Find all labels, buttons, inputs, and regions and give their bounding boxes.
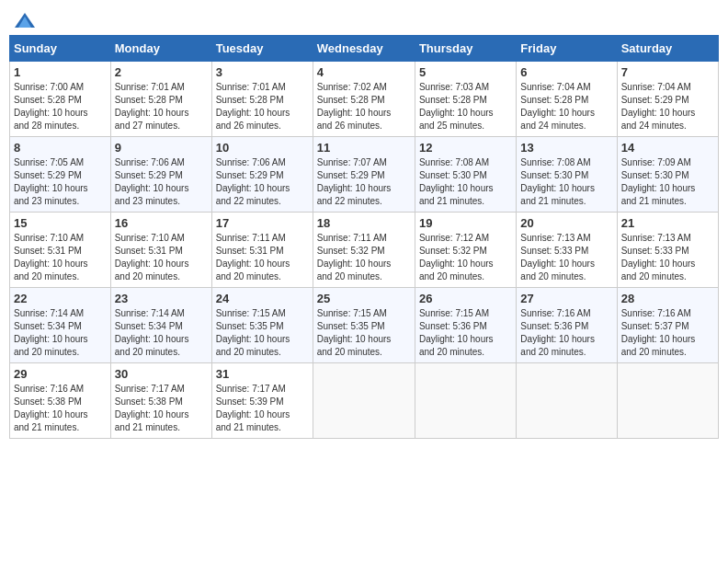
day-info: Sunrise: 7:15 AM Sunset: 5:35 PM Dayligh… xyxy=(317,307,411,359)
calendar-week-row: 29 Sunrise: 7:16 AM Sunset: 5:38 PM Dayl… xyxy=(10,363,719,439)
day-info: Sunrise: 7:17 AM Sunset: 5:39 PM Dayligh… xyxy=(216,383,309,434)
calendar-cell: 6 Sunrise: 7:04 AM Sunset: 5:28 PM Dayli… xyxy=(517,62,617,137)
calendar-cell: 8 Sunrise: 7:05 AM Sunset: 5:29 PM Dayli… xyxy=(10,137,111,213)
calendar-cell: 16 Sunrise: 7:10 AM Sunset: 5:31 PM Dayl… xyxy=(110,213,211,288)
day-number: 5 xyxy=(419,65,512,79)
day-info: Sunrise: 7:08 AM Sunset: 5:30 PM Dayligh… xyxy=(520,156,612,208)
calendar-week-row: 1 Sunrise: 7:00 AM Sunset: 5:28 PM Dayli… xyxy=(10,62,719,137)
day-number: 1 xyxy=(14,65,107,79)
day-info: Sunrise: 7:03 AM Sunset: 5:28 PM Dayligh… xyxy=(419,81,512,132)
calendar-cell: 10 Sunrise: 7:06 AM Sunset: 5:29 PM Dayl… xyxy=(211,137,313,213)
day-number: 9 xyxy=(115,141,208,155)
day-number: 27 xyxy=(520,292,612,305)
day-info: Sunrise: 7:07 AM Sunset: 5:29 PM Dayligh… xyxy=(317,156,411,208)
calendar-cell: 7 Sunrise: 7:04 AM Sunset: 5:29 PM Dayli… xyxy=(617,62,718,137)
calendar-cell: 24 Sunrise: 7:15 AM Sunset: 5:35 PM Dayl… xyxy=(211,288,313,363)
day-number: 24 xyxy=(216,292,309,305)
calendar-cell: 20 Sunrise: 7:13 AM Sunset: 5:33 PM Dayl… xyxy=(517,213,617,288)
day-number: 7 xyxy=(621,65,714,79)
calendar-cell: 28 Sunrise: 7:16 AM Sunset: 5:37 PM Dayl… xyxy=(617,288,718,363)
day-number: 4 xyxy=(317,65,411,79)
day-info: Sunrise: 7:16 AM Sunset: 5:37 PM Dayligh… xyxy=(621,307,714,359)
calendar-body: 1 Sunrise: 7:00 AM Sunset: 5:28 PM Dayli… xyxy=(10,62,719,439)
day-info: Sunrise: 7:01 AM Sunset: 5:28 PM Dayligh… xyxy=(216,81,309,132)
day-number: 26 xyxy=(419,292,512,305)
day-number: 13 xyxy=(520,141,612,155)
calendar-cell: 19 Sunrise: 7:12 AM Sunset: 5:32 PM Dayl… xyxy=(415,213,516,288)
calendar-cell xyxy=(313,363,415,439)
weekday-header: Monday xyxy=(110,36,211,62)
day-number: 28 xyxy=(621,292,714,305)
day-info: Sunrise: 7:01 AM Sunset: 5:28 PM Dayligh… xyxy=(115,81,208,132)
logo-icon xyxy=(15,13,35,28)
calendar-cell: 22 Sunrise: 7:14 AM Sunset: 5:34 PM Dayl… xyxy=(10,288,111,363)
calendar-cell: 13 Sunrise: 7:08 AM Sunset: 5:30 PM Dayl… xyxy=(517,137,617,213)
calendar-cell: 26 Sunrise: 7:15 AM Sunset: 5:36 PM Dayl… xyxy=(415,288,516,363)
day-info: Sunrise: 7:15 AM Sunset: 5:35 PM Dayligh… xyxy=(216,307,309,359)
day-number: 22 xyxy=(14,292,107,305)
day-info: Sunrise: 7:06 AM Sunset: 5:29 PM Dayligh… xyxy=(115,156,208,208)
weekday-header: Thursday xyxy=(415,36,516,62)
day-number: 18 xyxy=(317,216,411,230)
day-number: 30 xyxy=(115,367,208,381)
day-info: Sunrise: 7:16 AM Sunset: 5:38 PM Dayligh… xyxy=(14,383,107,434)
day-info: Sunrise: 7:14 AM Sunset: 5:34 PM Dayligh… xyxy=(115,307,208,359)
day-info: Sunrise: 7:11 AM Sunset: 5:32 PM Dayligh… xyxy=(317,232,411,283)
calendar-cell: 12 Sunrise: 7:08 AM Sunset: 5:30 PM Dayl… xyxy=(415,137,516,213)
day-info: Sunrise: 7:17 AM Sunset: 5:38 PM Dayligh… xyxy=(115,383,208,434)
day-info: Sunrise: 7:16 AM Sunset: 5:36 PM Dayligh… xyxy=(520,307,612,359)
day-info: Sunrise: 7:06 AM Sunset: 5:29 PM Dayligh… xyxy=(216,156,309,208)
calendar-cell: 4 Sunrise: 7:02 AM Sunset: 5:28 PM Dayli… xyxy=(313,62,415,137)
calendar-cell xyxy=(517,363,617,439)
day-info: Sunrise: 7:02 AM Sunset: 5:28 PM Dayligh… xyxy=(317,81,411,132)
header xyxy=(9,9,719,28)
calendar: SundayMondayTuesdayWednesdayThursdayFrid… xyxy=(9,35,719,439)
day-number: 12 xyxy=(419,141,512,155)
day-number: 23 xyxy=(115,292,208,305)
day-number: 16 xyxy=(115,216,208,230)
calendar-cell xyxy=(617,363,718,439)
calendar-cell: 14 Sunrise: 7:09 AM Sunset: 5:30 PM Dayl… xyxy=(617,137,718,213)
calendar-cell: 27 Sunrise: 7:16 AM Sunset: 5:36 PM Dayl… xyxy=(517,288,617,363)
day-number: 25 xyxy=(317,292,411,305)
calendar-cell: 30 Sunrise: 7:17 AM Sunset: 5:38 PM Dayl… xyxy=(110,363,211,439)
day-number: 6 xyxy=(520,65,612,79)
calendar-cell: 2 Sunrise: 7:01 AM Sunset: 5:28 PM Dayli… xyxy=(110,62,211,137)
day-number: 31 xyxy=(216,367,309,381)
weekday-header: Tuesday xyxy=(211,36,313,62)
day-number: 19 xyxy=(419,216,512,230)
calendar-cell: 21 Sunrise: 7:13 AM Sunset: 5:33 PM Dayl… xyxy=(617,213,718,288)
calendar-cell: 9 Sunrise: 7:06 AM Sunset: 5:29 PM Dayli… xyxy=(110,137,211,213)
day-number: 14 xyxy=(621,141,714,155)
day-info: Sunrise: 7:11 AM Sunset: 5:31 PM Dayligh… xyxy=(216,232,309,283)
calendar-cell: 11 Sunrise: 7:07 AM Sunset: 5:29 PM Dayl… xyxy=(313,137,415,213)
day-number: 3 xyxy=(216,65,309,79)
day-number: 8 xyxy=(14,141,107,155)
day-info: Sunrise: 7:10 AM Sunset: 5:31 PM Dayligh… xyxy=(115,232,208,283)
calendar-cell: 18 Sunrise: 7:11 AM Sunset: 5:32 PM Dayl… xyxy=(313,213,415,288)
day-info: Sunrise: 7:15 AM Sunset: 5:36 PM Dayligh… xyxy=(419,307,512,359)
calendar-cell: 5 Sunrise: 7:03 AM Sunset: 5:28 PM Dayli… xyxy=(415,62,516,137)
calendar-cell: 15 Sunrise: 7:10 AM Sunset: 5:31 PM Dayl… xyxy=(10,213,111,288)
calendar-week-row: 15 Sunrise: 7:10 AM Sunset: 5:31 PM Dayl… xyxy=(10,213,719,288)
weekday-header: Friday xyxy=(517,36,617,62)
day-info: Sunrise: 7:13 AM Sunset: 5:33 PM Dayligh… xyxy=(520,232,612,283)
day-info: Sunrise: 7:04 AM Sunset: 5:28 PM Dayligh… xyxy=(520,81,612,132)
calendar-cell xyxy=(415,363,516,439)
day-info: Sunrise: 7:08 AM Sunset: 5:30 PM Dayligh… xyxy=(419,156,512,208)
day-number: 20 xyxy=(520,216,612,230)
day-number: 10 xyxy=(216,141,309,155)
weekday-header: Saturday xyxy=(617,36,718,62)
day-info: Sunrise: 7:13 AM Sunset: 5:33 PM Dayligh… xyxy=(621,232,714,283)
day-number: 21 xyxy=(621,216,714,230)
calendar-cell: 3 Sunrise: 7:01 AM Sunset: 5:28 PM Dayli… xyxy=(211,62,313,137)
calendar-cell: 29 Sunrise: 7:16 AM Sunset: 5:38 PM Dayl… xyxy=(10,363,111,439)
day-info: Sunrise: 7:05 AM Sunset: 5:29 PM Dayligh… xyxy=(14,156,107,208)
day-info: Sunrise: 7:12 AM Sunset: 5:32 PM Dayligh… xyxy=(419,232,512,283)
weekday-header: Sunday xyxy=(10,36,111,62)
calendar-week-row: 8 Sunrise: 7:05 AM Sunset: 5:29 PM Dayli… xyxy=(10,137,719,213)
calendar-cell: 25 Sunrise: 7:15 AM Sunset: 5:35 PM Dayl… xyxy=(313,288,415,363)
calendar-week-row: 22 Sunrise: 7:14 AM Sunset: 5:34 PM Dayl… xyxy=(10,288,719,363)
day-number: 2 xyxy=(115,65,208,79)
calendar-cell: 31 Sunrise: 7:17 AM Sunset: 5:39 PM Dayl… xyxy=(211,363,313,439)
